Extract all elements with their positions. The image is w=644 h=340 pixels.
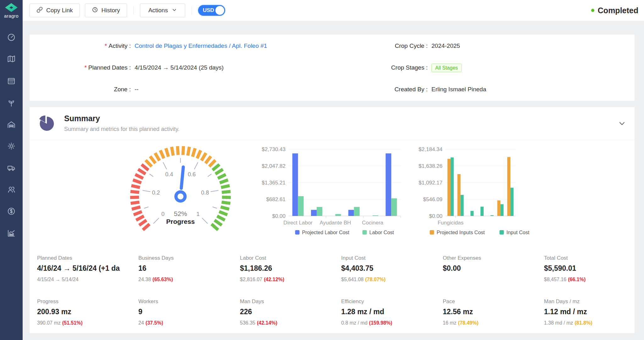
- actions-button[interactable]: Actions: [140, 3, 185, 17]
- svg-text:Ayudante BH: Ayudante BH: [319, 220, 351, 226]
- sidebar-item-calendar[interactable]: [7, 76, 16, 85]
- metric-cell: Planned Dates4/16/24 → 5/16/24 (+1 da4/1…: [37, 255, 133, 283]
- gauge-svg: 00.20.40.60.8152%Progress: [124, 140, 237, 240]
- svg-text:0.6: 0.6: [188, 171, 196, 178]
- svg-text:$0.00: $0.00: [429, 213, 442, 219]
- detail-row: Crop Cycle :2024-2025: [30, 42, 635, 50]
- aragro-logo-icon: [4, 2, 19, 13]
- svg-text:$2,730.43: $2,730.43: [262, 146, 286, 152]
- metric-label: Other Expenses: [443, 255, 539, 261]
- detail-value: All Stages: [431, 63, 462, 72]
- metric-sub: $5,641.08(78.07%): [341, 277, 437, 283]
- metric-cell: Man Days / mz1.12 md / mz1.38 md / mz(81…: [544, 298, 640, 326]
- crop-stages-badge: All Stages: [431, 64, 462, 72]
- detail-label: Crop Stages :: [313, 63, 428, 72]
- svg-text:$682.61: $682.61: [266, 196, 286, 202]
- copy-link-button[interactable]: Copy Link: [30, 3, 80, 17]
- metric-percent: (66.1%): [568, 277, 586, 282]
- svg-text:0.8: 0.8: [201, 190, 209, 196]
- metric-label: Workers: [138, 298, 234, 305]
- sidebar-item-dashboard[interactable]: [7, 33, 16, 42]
- svg-text:$2,047.82: $2,047.82: [262, 163, 286, 169]
- metric-value: $5,590.01: [544, 264, 639, 273]
- sidebar-item-reports[interactable]: [7, 229, 16, 238]
- metric-value: 9: [138, 308, 233, 316]
- metric-sub: 24.38(65.63%): [138, 277, 234, 283]
- sidebar-item-settings[interactable]: [7, 142, 16, 150]
- sidebar-item-warehouse[interactable]: [7, 120, 16, 129]
- metric-value: $1,186.26: [240, 264, 335, 273]
- crops-icon: [7, 99, 16, 107]
- labor-cost-chart: $2,730.43$2,047.82$1,365.21$682.61$0.00D…: [252, 144, 413, 240]
- workers-icon: [7, 185, 16, 194]
- svg-text:$1,092.17: $1,092.17: [419, 180, 442, 186]
- sidebar-item-finance[interactable]: [7, 207, 16, 216]
- detail-label: Crop Cycle :: [313, 42, 428, 50]
- currency-toggle[interactable]: USD: [198, 5, 225, 16]
- svg-text:$2,184.34: $2,184.34: [419, 146, 442, 152]
- sidebar-item-machinery[interactable]: [7, 163, 16, 172]
- settings-icon: [7, 142, 16, 150]
- metric-sub: 536.35(42.14%): [240, 320, 336, 326]
- svg-text:Labor Cost: Labor Cost: [369, 230, 394, 235]
- metric-value: 1.28 mz / md: [341, 308, 436, 316]
- metric-cell: Man Days226536.35(42.14%): [240, 298, 336, 326]
- pie-chart-icon: [38, 115, 55, 133]
- sidebar: aragro: [0, 0, 23, 340]
- aragro-logo: aragro: [0, 2, 23, 19]
- machinery-icon: [7, 163, 16, 172]
- metric-percent: (37.5%): [146, 320, 163, 326]
- status-dot-icon: [591, 9, 594, 12]
- svg-text:Projected Inputs Cost: Projected Inputs Cost: [437, 230, 485, 235]
- history-button[interactable]: History: [85, 3, 127, 17]
- detail-value: 2024-2025: [431, 42, 460, 50]
- warehouse-icon: [7, 120, 16, 129]
- bar-chart-svg: $2,730.43$2,047.82$1,365.21$682.61$0.00D…: [252, 144, 413, 239]
- sidebar-item-workers[interactable]: [7, 185, 16, 194]
- svg-text:$1,365.21: $1,365.21: [262, 180, 286, 186]
- logo-text: aragro: [0, 13, 23, 19]
- metric-value: 16: [138, 264, 233, 273]
- metric-sub: 1.38 md / mz(81.8%): [544, 320, 640, 326]
- metric-value: 1.12 md / mz: [544, 308, 639, 316]
- summary-subtitle: Summary and metrics for this planned act…: [64, 126, 180, 133]
- bar-chart-svg: $2,184.34$1,638.26$1,092.17$546.09$0.00F…: [410, 144, 536, 239]
- maps-icon: [7, 54, 16, 63]
- reports-icon: [7, 229, 16, 238]
- status-badge: Completed: [591, 6, 638, 15]
- metric-cell: Input Cost$4,403.75$5,641.08(78.07%): [341, 255, 437, 283]
- metric-percent: (78.07%): [365, 277, 386, 282]
- chevron-down-icon: [172, 7, 177, 14]
- progress-gauge: 00.20.40.60.8152%Progress: [124, 140, 237, 240]
- status-label: Completed: [598, 6, 638, 15]
- metric-cell: Business Days1624.38(65.63%): [138, 255, 234, 283]
- metric-cell: Other Expenses$0.00: [443, 255, 539, 283]
- copy-link-label: Copy Link: [46, 7, 73, 14]
- metric-sub: 16 mz(78.49%): [443, 320, 539, 326]
- metric-percent: (65.63%): [153, 277, 173, 282]
- svg-text:0.2: 0.2: [152, 190, 160, 196]
- svg-text:Cocinera: Cocinera: [362, 220, 384, 226]
- metric-value: 200.93 mz: [37, 308, 132, 316]
- metric-label: Man Days: [240, 298, 336, 305]
- detail-row: Crop Stages :All Stages: [30, 63, 635, 72]
- metric-sub: $8,457.16(66.1%): [544, 277, 640, 283]
- metric-cell: Workers924(37.5%): [138, 298, 234, 326]
- calendar-icon: [7, 76, 16, 85]
- metric-cell: Labor Cost$1,186.26$2,816.07(42.12%): [240, 255, 336, 283]
- sidebar-item-maps[interactable]: [7, 54, 16, 63]
- collapse-chevron-icon[interactable]: [618, 120, 626, 127]
- gauge-title: Progress: [166, 218, 195, 225]
- finance-icon: [7, 207, 16, 216]
- svg-text:Projected Labor Cost: Projected Labor Cost: [302, 230, 350, 235]
- sidebar-item-crops[interactable]: [7, 99, 16, 107]
- detail-label: Created By :: [313, 85, 428, 94]
- toggle-knob: [215, 6, 224, 15]
- metric-label: Pace: [443, 298, 539, 305]
- metric-value: 4/16/24 → 5/16/24 (+1 da: [37, 264, 132, 273]
- link-icon: [36, 7, 43, 14]
- metric-label: Input Cost: [341, 255, 437, 261]
- metric-label: Total Cost: [544, 255, 640, 261]
- metric-label: Business Days: [138, 255, 234, 261]
- history-label: History: [102, 7, 120, 14]
